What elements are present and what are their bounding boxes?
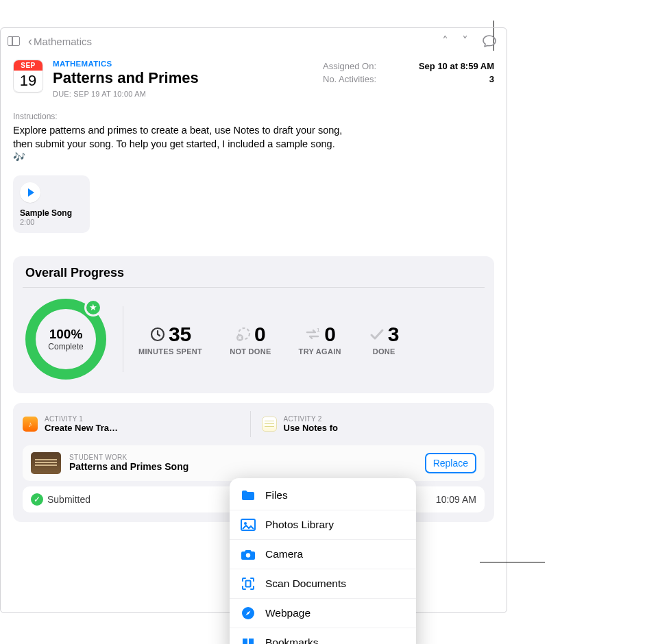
not-done-icon	[235, 326, 252, 343]
assigned-on-value: Sep 10 at 8:59 AM	[419, 61, 494, 71]
attachment-source-menu: Files Photos Library Camera Scan Documen…	[230, 478, 416, 644]
menu-item-webpage[interactable]: Webpage	[230, 598, 416, 628]
star-badge-icon: ★	[84, 299, 102, 317]
svg-text:1: 1	[317, 327, 320, 333]
play-icon[interactable]	[20, 182, 40, 203]
submission-time: 10:09 AM	[436, 494, 476, 505]
menu-item-bookmarks[interactable]: Bookmarks	[230, 628, 416, 644]
menu-item-webpage-label: Webpage	[265, 607, 310, 619]
assignment-header: SEP 19 MATHEMATICS Patterns and Primes D…	[1, 54, 507, 98]
chevron-up-icon[interactable]: ˄	[442, 35, 448, 47]
photo-icon	[241, 517, 256, 532]
svg-point-6	[246, 553, 250, 557]
subject-eyebrow: MATHEMATICS	[53, 60, 313, 68]
tryagain-label: TRY AGAIN	[299, 347, 341, 356]
folder-icon	[241, 488, 256, 503]
student-work-overline: STUDENT WORK	[69, 454, 188, 461]
student-work-row: STUDENT WORK Patterns and Primes Song Re…	[23, 445, 485, 481]
scan-icon	[241, 576, 256, 591]
menu-item-photos-label: Photos Library	[265, 519, 334, 531]
assignment-meta: Assigned On: Sep 10 at 8:59 AM No. Activ…	[323, 60, 494, 86]
activities-count-value: 3	[489, 74, 494, 84]
overall-progress-card: Overall Progress 100% Complete ★ 35 MINU…	[13, 256, 494, 393]
done-label: DONE	[373, 347, 395, 356]
stat-not-done: 0 NOT DONE	[230, 323, 271, 356]
menu-item-files[interactable]: Files	[230, 481, 416, 510]
bookmarks-icon	[241, 635, 256, 644]
done-value: 3	[388, 323, 400, 346]
stat-try-again: 1 0 TRY AGAIN	[299, 323, 341, 356]
assigned-on-label: Assigned On:	[323, 61, 376, 71]
notdone-value: 0	[254, 323, 266, 346]
calendar-day: 19	[14, 71, 42, 90]
menu-item-photos[interactable]: Photos Library	[230, 510, 416, 539]
tryagain-value: 0	[324, 323, 336, 346]
nav-bar: ‹ Mathematics ˄ ˅	[1, 28, 507, 54]
assignment-title: Patterns and Primes	[53, 69, 313, 87]
clock-icon	[149, 326, 166, 343]
divider	[123, 306, 123, 372]
overall-progress-heading: Overall Progress	[25, 266, 482, 280]
try-again-icon: 1	[304, 326, 321, 343]
calendar-badge: SEP 19	[13, 60, 43, 92]
due-date: DUE: SEP 19 AT 10:00 AM	[53, 90, 313, 98]
progress-ring: 100% Complete ★	[25, 299, 106, 380]
stat-minutes-spent: 35 MINUTES SPENT	[138, 323, 202, 356]
activity-1-overline: ACTIVITY 1	[45, 415, 118, 423]
activity-2-title: Use Notes fo	[284, 423, 338, 433]
sidebar-toggle-icon[interactable]	[8, 36, 20, 46]
replace-button[interactable]: Replace	[425, 453, 476, 473]
chat-bubble-icon[interactable]	[482, 34, 497, 48]
notes-icon	[262, 417, 277, 432]
menu-item-files-label: Files	[265, 489, 288, 501]
activities-count-label: No. Activities:	[323, 74, 376, 84]
notdone-label: NOT DONE	[230, 347, 271, 356]
student-work-title: Patterns and Primes Song	[69, 461, 188, 472]
back-label: Mathematics	[34, 36, 92, 47]
minutes-label: MINUTES SPENT	[138, 347, 202, 356]
compass-icon	[241, 606, 256, 621]
chevron-left-icon: ‹	[28, 35, 32, 47]
menu-item-bookmarks-label: Bookmarks	[265, 636, 319, 644]
instructions-label: Instructions:	[1, 98, 507, 124]
submission-status-text: Submitted	[47, 494, 90, 505]
back-button[interactable]: ‹ Mathematics	[24, 35, 92, 47]
svg-rect-7	[246, 581, 251, 587]
activity-1[interactable]: ACTIVITY 1 Create New Tra…	[23, 411, 246, 437]
svg-point-5	[244, 522, 247, 525]
calendar-month: SEP	[14, 60, 42, 71]
camera-icon	[241, 547, 256, 562]
stat-done: 3 DONE	[369, 323, 400, 356]
menu-item-camera-label: Camera	[265, 548, 303, 560]
activity-1-title: Create New Tra…	[45, 423, 118, 433]
work-thumbnail	[31, 452, 61, 474]
attachment-duration: 2:00	[20, 218, 83, 226]
activity-2[interactable]: ACTIVITY 2 Use Notes fo	[250, 411, 485, 437]
chevron-down-icon[interactable]: ˅	[462, 35, 468, 47]
activity-2-overline: ACTIVITY 2	[284, 415, 338, 423]
callout-line-replace	[480, 562, 545, 562]
menu-item-scan-label: Scan Documents	[265, 578, 346, 590]
check-circle-icon: ✓	[31, 493, 43, 506]
minutes-value: 35	[169, 323, 191, 346]
attachment-name: Sample Song	[20, 208, 83, 218]
progress-percent: 100%	[49, 327, 83, 342]
menu-item-camera[interactable]: Camera	[230, 539, 416, 569]
progress-percent-label: Complete	[48, 342, 83, 351]
menu-item-scan[interactable]: Scan Documents	[230, 569, 416, 598]
instructions-body: Explore patterns and primes to create a …	[1, 124, 357, 164]
attachment-card[interactable]: Sample Song 2:00	[13, 175, 90, 233]
checkmark-icon	[369, 326, 385, 343]
divider	[23, 287, 485, 288]
garageband-icon	[23, 417, 38, 432]
